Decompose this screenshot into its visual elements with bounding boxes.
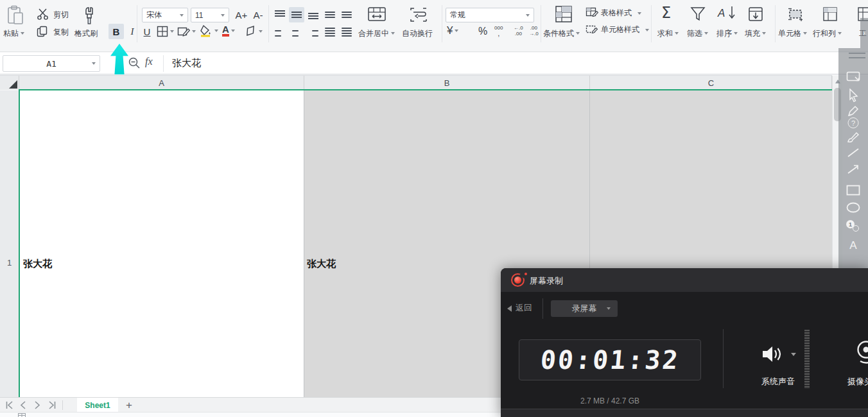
filter-button[interactable]: 筛选 — [687, 27, 708, 39]
fill-color-button[interactable] — [200, 24, 218, 37]
number-format-select[interactable]: 常规 — [446, 8, 534, 22]
column-header-b[interactable]: B — [304, 76, 589, 90]
recorder-titlebar[interactable]: 屏幕录制 — [501, 268, 868, 292]
copy-button[interactable]: 复制 — [37, 26, 48, 40]
record-mode-caret — [607, 307, 611, 310]
pen-tool-icon[interactable] — [847, 105, 860, 117]
back-arrow-icon[interactable] — [507, 305, 512, 312]
group-separator — [268, 5, 269, 42]
cell-a1[interactable] — [20, 90, 304, 397]
cell-style-button[interactable]: 单元格样式 — [586, 24, 598, 38]
format-painter-icon[interactable] — [80, 5, 99, 26]
column-header-a[interactable]: A — [19, 76, 304, 90]
sound-dropdown-caret[interactable] — [791, 353, 796, 356]
row-header-1[interactable]: 1 — [0, 258, 19, 268]
font-size-select[interactable]: 11 — [191, 8, 229, 22]
cursor-tool-icon[interactable] — [847, 89, 859, 103]
name-box[interactable]: A1 — [3, 55, 100, 72]
decrease-decimal-button[interactable]: .00→.0 — [529, 25, 539, 37]
sort-icon[interactable]: A — [718, 5, 736, 21]
borders-button[interactable] — [157, 26, 174, 37]
formula-input[interactable]: 张大花 — [172, 57, 201, 69]
increase-decimal-button[interactable]: ←.0.00 — [514, 25, 523, 37]
tab-sheet1[interactable]: Sheet1 — [77, 398, 118, 413]
align-left-button[interactable] — [273, 26, 286, 38]
align-bottom-button[interactable] — [307, 8, 320, 21]
eraser-icon — [244, 26, 257, 37]
distributed-button[interactable] — [340, 26, 353, 38]
decrease-indent-button[interactable] — [324, 8, 336, 21]
decrease-font-button[interactable]: A- — [250, 8, 266, 22]
align-right-button[interactable] — [307, 26, 320, 38]
camera-icon[interactable] — [855, 340, 868, 366]
conditional-format-button[interactable]: 条件格式 — [543, 27, 580, 39]
cells-icon[interactable] — [787, 6, 804, 25]
table-style-button[interactable]: 表格样式 — [586, 7, 598, 21]
arrow-line-tool-icon[interactable] — [847, 164, 860, 174]
paste-button[interactable]: 粘贴 — [3, 27, 24, 39]
ellipse-tool-icon[interactable] — [846, 202, 860, 213]
column-header-c[interactable]: C — [590, 76, 832, 90]
draw-border-button[interactable] — [177, 26, 196, 37]
help-tool-icon[interactable]: ? — [848, 117, 859, 128]
fx-button[interactable]: fx — [145, 56, 153, 67]
conditional-format-icon[interactable] — [555, 5, 573, 26]
last-sheet-button[interactable] — [48, 401, 56, 409]
paste-icon[interactable] — [6, 5, 24, 26]
bold-button[interactable]: B — [108, 24, 124, 39]
rectangle-tool-icon[interactable] — [846, 185, 860, 196]
annotation-expand-handle[interactable]: › — [860, 18, 868, 48]
percent-button[interactable]: % — [475, 24, 490, 38]
font-family-select[interactable]: 宋体 — [142, 8, 188, 22]
brush-tool-icon[interactable] — [847, 130, 860, 143]
paste-dropdown-caret[interactable] — [21, 32, 24, 35]
align-middle-button[interactable] — [289, 7, 304, 22]
align-bottom-icon — [308, 10, 318, 19]
cells-button[interactable]: 单元格 — [778, 27, 807, 39]
sum-button[interactable]: 求和 — [657, 27, 679, 39]
status-grid-icon — [18, 413, 26, 417]
font-color-button[interactable]: A — [222, 24, 235, 37]
align-top-button[interactable] — [273, 8, 286, 21]
thousands-separator-button[interactable]: 000, — [494, 25, 503, 37]
fill-icon[interactable] — [747, 6, 764, 25]
cut-button[interactable]: 剪切 — [37, 8, 49, 22]
wrap-text-icon[interactable] — [410, 6, 428, 26]
merge-center-icon[interactable] — [367, 6, 386, 26]
screenshot-tool-icon[interactable] — [846, 71, 860, 83]
italic-button[interactable]: I — [126, 24, 139, 39]
currency-button[interactable]: ¥ — [447, 24, 458, 37]
system-sound-icon[interactable] — [761, 344, 785, 364]
format-painter-button[interactable]: 格式刷 — [74, 27, 98, 39]
name-box-caret[interactable] — [92, 62, 96, 65]
rows-cols-icon[interactable] — [822, 6, 838, 25]
step-number-tool-icon[interactable]: 1 — [846, 220, 860, 233]
merge-center-button[interactable]: 合并居中 — [358, 27, 395, 39]
back-button[interactable]: 返回 — [516, 302, 532, 314]
record-mode-dropdown[interactable]: 录屏幕 — [551, 300, 618, 317]
wrap-text-button[interactable]: 自动换行 — [402, 27, 433, 39]
eraser-button[interactable] — [244, 26, 263, 37]
filter-icon[interactable] — [690, 6, 706, 25]
annotation-toolbar: ? 1 A — [838, 48, 868, 269]
sort-button[interactable]: 排序 — [716, 27, 738, 39]
underline-button[interactable]: U — [140, 24, 154, 39]
text-tool-icon[interactable]: A — [849, 239, 856, 252]
fill-button[interactable]: 填充 — [745, 27, 766, 39]
increase-indent-button[interactable] — [340, 8, 353, 21]
selection-top-border — [19, 89, 832, 90]
next-sheet-button[interactable] — [33, 401, 41, 409]
increase-font-button[interactable]: A+ — [234, 8, 249, 22]
select-all-corner[interactable] — [0, 76, 19, 90]
prev-sheet-button[interactable] — [19, 401, 27, 409]
add-sheet-button[interactable]: + — [122, 398, 136, 413]
cell-style-label: 单元格样式 — [601, 24, 639, 35]
formula-content: 张大花 — [172, 57, 201, 68]
sum-icon[interactable]: Σ — [661, 4, 671, 22]
align-center-button[interactable] — [289, 26, 302, 38]
justify-button[interactable] — [324, 26, 336, 38]
first-sheet-button[interactable] — [5, 401, 14, 409]
line-tool-icon[interactable] — [847, 148, 860, 158]
rows-cols-button[interactable]: 行和列 — [813, 27, 842, 39]
zoom-out-icon[interactable] — [128, 56, 141, 72]
